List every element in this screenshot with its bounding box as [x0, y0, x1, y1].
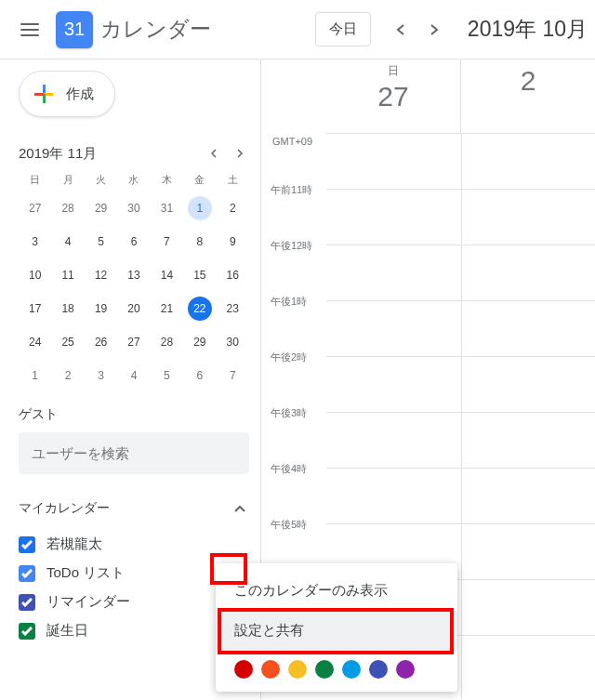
mini-day[interactable]: 18	[56, 297, 80, 321]
mini-day[interactable]: 30	[220, 330, 245, 354]
mini-next-button[interactable]	[231, 141, 249, 165]
mini-day[interactable]: 2	[220, 196, 245, 220]
mini-day[interactable]: 20	[122, 297, 146, 321]
chevron-left-icon	[210, 149, 218, 158]
day-number[interactable]: 2	[461, 65, 595, 97]
day-of-week-label: 日	[326, 63, 460, 79]
mini-day[interactable]: 5	[154, 363, 178, 388]
create-label: 作成	[66, 86, 94, 103]
calendar-item[interactable]: ToDo リスト	[19, 559, 249, 588]
color-option[interactable]	[342, 660, 361, 679]
timezone-label: GMT+09	[272, 136, 312, 147]
color-picker-row	[216, 651, 457, 679]
time-label: 午後2時	[271, 350, 307, 364]
settings-and-sharing[interactable]: 設定と共有	[216, 611, 457, 651]
mini-day[interactable]: 1	[188, 196, 212, 220]
prev-period-button[interactable]	[386, 15, 416, 45]
time-label: 午後12時	[271, 239, 312, 253]
calendar-checkbox[interactable]	[19, 565, 35, 582]
mini-day[interactable]: 25	[56, 330, 80, 354]
header-date: 2019年 10月	[468, 15, 588, 44]
mini-day[interactable]: 4	[56, 230, 80, 254]
my-calendars-list: 若槻龍太ToDo リストリマインダー誕生日	[19, 530, 249, 645]
day-number[interactable]: 27	[326, 81, 460, 112]
mini-day[interactable]: 3	[23, 230, 47, 254]
mini-dow: 金	[183, 173, 216, 187]
mini-day[interactable]: 27	[23, 196, 47, 220]
today-button[interactable]: 今日	[315, 12, 371, 46]
mini-day[interactable]: 4	[122, 363, 146, 388]
mini-dow: 土	[217, 173, 249, 187]
mini-day[interactable]: 29	[89, 196, 113, 220]
mini-day[interactable]: 28	[154, 330, 178, 354]
mini-day[interactable]: 6	[122, 230, 146, 254]
calendar-label: 誕生日	[46, 622, 88, 640]
mini-day[interactable]: 6	[188, 363, 212, 388]
mini-day[interactable]: 10	[23, 263, 47, 287]
mini-day[interactable]: 12	[89, 263, 113, 287]
mini-day[interactable]: 2	[56, 363, 80, 388]
color-option[interactable]	[369, 660, 388, 679]
calendar-item[interactable]: 誕生日	[19, 616, 249, 645]
hamburger-icon	[20, 23, 39, 36]
mini-day[interactable]: 21	[154, 297, 178, 321]
mini-day[interactable]: 11	[56, 263, 80, 287]
chevron-right-icon	[236, 149, 244, 158]
calendar-checkbox[interactable]	[19, 536, 35, 553]
mini-day[interactable]: 22	[188, 297, 212, 321]
calendar-checkbox[interactable]	[19, 594, 35, 611]
mini-prev-button[interactable]	[205, 141, 223, 165]
time-label: 午後1時	[271, 295, 307, 309]
mini-day[interactable]: 8	[188, 230, 212, 254]
mini-day[interactable]: 15	[188, 263, 212, 287]
mini-day[interactable]: 9	[220, 230, 245, 254]
mini-day[interactable]: 1	[23, 363, 47, 388]
mini-day[interactable]: 23	[220, 297, 245, 321]
mini-dow: 火	[85, 173, 117, 187]
calendar-label: 若槻龍太	[46, 535, 102, 553]
mini-dow: 木	[151, 173, 183, 187]
mini-day[interactable]: 29	[188, 330, 212, 354]
time-label: 午後4時	[271, 462, 307, 476]
color-option[interactable]	[288, 660, 307, 679]
show-only-this-calendar[interactable]: このカレンダーのみ表示	[216, 571, 457, 611]
time-label: 午後3時	[271, 406, 307, 420]
calendar-label: ToDo リスト	[46, 564, 125, 582]
mini-day[interactable]: 16	[220, 263, 245, 287]
color-option[interactable]	[396, 660, 415, 679]
mini-calendar-title: 2019年 11月	[19, 145, 97, 163]
mini-day[interactable]: 7	[154, 230, 178, 254]
mini-day[interactable]: 30	[122, 196, 146, 220]
next-period-button[interactable]	[419, 15, 449, 45]
guest-section-label: ゲスト	[19, 406, 249, 423]
mini-day[interactable]: 26	[89, 330, 113, 354]
calendar-item[interactable]: リマインダー	[19, 588, 249, 616]
mini-day[interactable]: 13	[122, 263, 146, 287]
mini-day[interactable]: 7	[220, 363, 245, 388]
mini-day[interactable]: 31	[154, 196, 178, 220]
mini-day[interactable]: 27	[122, 330, 146, 354]
app-title: カレンダー	[100, 15, 211, 44]
calendar-checkbox[interactable]	[19, 623, 35, 640]
mini-day[interactable]: 17	[23, 297, 47, 321]
create-button[interactable]: 作成	[19, 71, 115, 117]
mini-day[interactable]: 3	[89, 363, 113, 388]
mini-dow: 水	[117, 173, 150, 187]
hamburger-menu[interactable]	[7, 7, 52, 52]
time-label: 午後5時	[271, 518, 307, 532]
my-calendars-toggle[interactable]	[231, 496, 249, 521]
mini-day[interactable]: 19	[89, 297, 113, 321]
calendar-label: リマインダー	[46, 593, 130, 611]
guest-search-input[interactable]	[19, 432, 249, 474]
mini-dow: 日	[19, 173, 51, 187]
mini-day[interactable]: 5	[89, 230, 113, 254]
chevron-left-icon	[396, 24, 405, 35]
color-option[interactable]	[234, 660, 253, 679]
time-label: 午前11時	[271, 183, 312, 197]
color-option[interactable]	[315, 660, 334, 679]
mini-day[interactable]: 28	[56, 196, 80, 220]
mini-day[interactable]: 24	[23, 330, 47, 354]
color-option[interactable]	[261, 660, 280, 679]
mini-day[interactable]: 14	[154, 263, 178, 287]
calendar-item[interactable]: 若槻龍太	[19, 530, 249, 559]
